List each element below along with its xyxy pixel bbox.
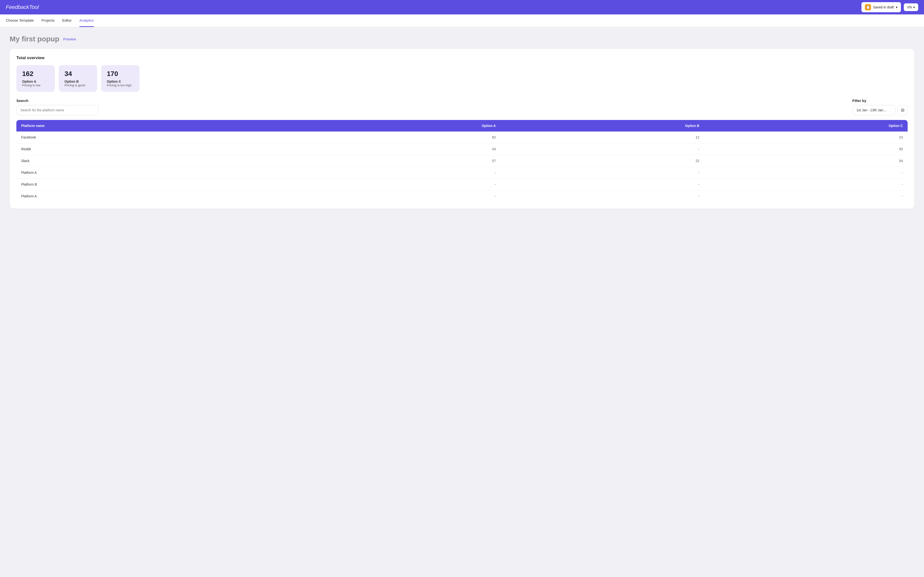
stat-desc-1: Pricing is good <box>65 84 91 87</box>
table-header-row: Platform name Option A Option B Option C <box>16 120 908 132</box>
cell-platform-name: Slack <box>16 155 298 167</box>
stat-number-1: 34 <box>65 70 91 77</box>
logo-text: Feedback <box>6 4 29 10</box>
table-row: Platform A - - - <box>16 190 908 202</box>
grid-icon: ⊞ <box>901 108 905 113</box>
cell-option-c: - <box>704 190 908 202</box>
cell-platform-name: Reddit <box>16 143 298 155</box>
page-title-row: My first popup Preview <box>10 35 914 43</box>
cell-option-b: - <box>501 190 704 202</box>
preview-link[interactable]: Preview <box>63 37 76 41</box>
saved-draft-button[interactable]: 📋 Saved in draft ▾ <box>861 2 901 12</box>
language-button[interactable]: VN ▾ <box>904 3 918 11</box>
nav-item-choose-template[interactable]: Choose Template <box>6 15 34 27</box>
total-overview-label: Total overview <box>16 56 908 60</box>
stat-label-2: Option C <box>107 80 134 84</box>
table-row: Slack 57 22 54 <box>16 155 908 167</box>
stats-row: 162 Option A Pricing is low 34 Option B … <box>16 65 908 92</box>
stat-number-0: 162 <box>22 70 49 77</box>
cell-option-b: 22 <box>501 155 704 167</box>
stat-desc-0: Pricing is low <box>22 84 49 87</box>
header: FeedbackTool 📋 Saved in draft ▾ VN ▾ <box>0 0 924 15</box>
filter-label: Filter by <box>852 98 908 103</box>
stat-card-2: 170 Option C Pricing is too high <box>101 65 140 92</box>
col-option-b: Option B <box>501 120 704 132</box>
main-content: My first popup Preview Total overview 16… <box>0 27 924 216</box>
filter-section: Filter by 1st Jan - 13th Jan... ⊞ <box>852 98 908 115</box>
cell-option-a: 62 <box>298 132 501 143</box>
search-input[interactable] <box>16 105 98 115</box>
nav-item-editor[interactable]: Editor <box>62 15 72 27</box>
cell-option-b: - <box>501 143 704 155</box>
saved-draft-chevron: ▾ <box>896 5 898 9</box>
saved-draft-label: Saved in draft <box>873 5 894 9</box>
date-filter-display: 1st Jan - 13th Jan... <box>852 105 896 115</box>
cell-option-a: - <box>298 179 501 190</box>
cell-option-a: - <box>298 167 501 179</box>
cell-option-c: - <box>704 167 908 179</box>
stat-desc-2: Pricing is too high <box>107 84 134 87</box>
table-row: Reddit 43 - 93 <box>16 143 908 155</box>
nav: Choose Template Projects Editor Analytic… <box>0 15 924 27</box>
filter-row: 1st Jan - 13th Jan... ⊞ <box>852 105 908 115</box>
lang-label: VN <box>907 5 912 9</box>
cell-option-a: - <box>298 190 501 202</box>
table-row: Platform A - - - <box>16 167 908 179</box>
cell-option-b: 12 <box>501 132 704 143</box>
stat-card-1: 34 Option B Pricing is good <box>59 65 97 92</box>
search-section: Search <box>16 98 98 115</box>
table-row: Facebook 62 12 23 <box>16 132 908 143</box>
stat-number-2: 170 <box>107 70 134 77</box>
lang-chevron: ▾ <box>913 5 915 9</box>
stat-label-1: Option B <box>65 80 91 84</box>
search-label: Search <box>16 98 98 103</box>
cell-platform-name: Platform A <box>16 190 298 202</box>
cell-option-c: 54 <box>704 155 908 167</box>
cell-option-c: 93 <box>704 143 908 155</box>
cell-platform-name: Platform B <box>16 179 298 190</box>
nav-item-projects[interactable]: Projects <box>41 15 54 27</box>
cell-option-b: - <box>501 167 704 179</box>
logo-italic: Tool <box>29 4 39 10</box>
cell-option-a: 57 <box>298 155 501 167</box>
stat-label-0: Option A <box>22 80 49 84</box>
draft-icon: 📋 <box>865 4 871 10</box>
cell-platform-name: Facebook <box>16 132 298 143</box>
table-row: Platform B - - - <box>16 179 908 190</box>
col-option-a: Option A <box>298 120 501 132</box>
col-platform-name: Platform name <box>16 120 298 132</box>
search-filter-row: Search Filter by 1st Jan - 13th Jan... ⊞ <box>16 98 908 115</box>
data-table: Platform name Option A Option B Option C… <box>16 120 908 202</box>
logo: FeedbackTool <box>6 4 39 10</box>
header-right: 📋 Saved in draft ▾ VN ▾ <box>861 2 918 12</box>
grid-view-button[interactable]: ⊞ <box>898 105 908 115</box>
cell-option-b: - <box>501 179 704 190</box>
col-option-c: Option C <box>704 120 908 132</box>
page-title: My first popup <box>10 35 60 43</box>
nav-item-analytics[interactable]: Analytics <box>79 15 94 27</box>
cell-option-a: 43 <box>298 143 501 155</box>
cell-platform-name: Platform A <box>16 167 298 179</box>
cell-option-c: - <box>704 179 908 190</box>
stat-card-0: 162 Option A Pricing is low <box>16 65 55 92</box>
analytics-card: Total overview 162 Option A Pricing is l… <box>10 49 914 209</box>
cell-option-c: 23 <box>704 132 908 143</box>
